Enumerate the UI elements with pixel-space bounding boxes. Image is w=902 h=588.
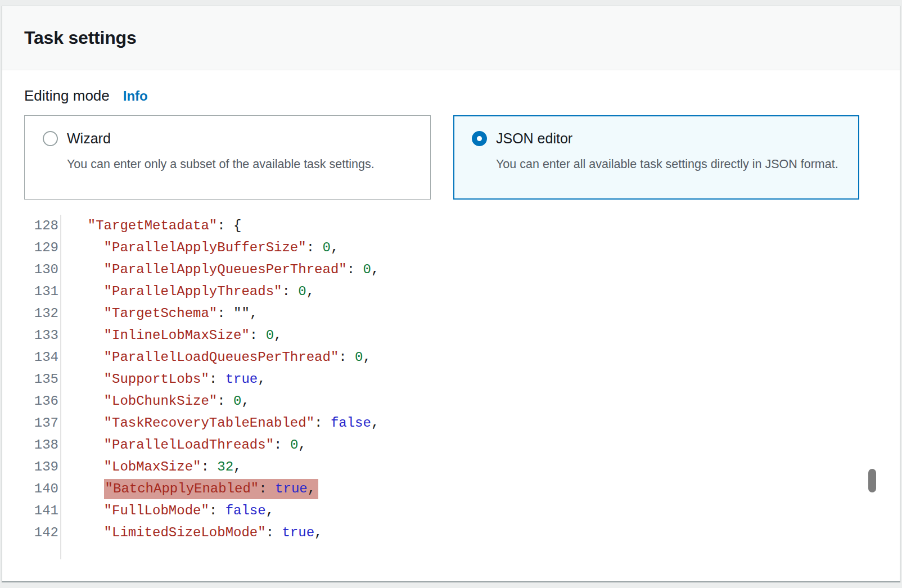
code-line[interactable]: "ParallelApplyBufferSize": 0,	[71, 237, 379, 259]
line-number: 129	[24, 237, 58, 259]
line-number: 130	[24, 259, 58, 281]
json-editor-option-text: JSON editor You can enter all available …	[496, 130, 838, 175]
line-number: 131	[24, 281, 58, 302]
line-number: 137	[24, 412, 58, 434]
wizard-option-description: You can enter only a subset of the avail…	[67, 154, 375, 175]
code-line[interactable]: "ParallelApplyQueuesPerThread": 0,	[71, 259, 379, 281]
json-code-editor[interactable]: 1281291301311321331341351361371381391401…	[24, 215, 878, 559]
code-line[interactable]: "InlineLobMaxSize": 0,	[71, 324, 379, 346]
panel-header: Task settings	[2, 6, 900, 70]
code-line[interactable]: "FullLobMode": false,	[71, 500, 379, 522]
line-number: 128	[24, 215, 58, 237]
code-line[interactable]: "BatchApplyEnabled": true,	[71, 478, 379, 500]
code-line[interactable]: "LimitedSizeLobMode": true,	[71, 522, 379, 544]
code-line[interactable]: "ParallelLoadQueuesPerThread": 0,	[71, 346, 379, 368]
json-editor-option-card[interactable]: JSON editor You can enter all available …	[453, 115, 859, 200]
line-number: 142	[24, 522, 58, 544]
line-number: 136	[24, 390, 58, 412]
task-settings-panel: Task settings Editing mode Info Wizard Y…	[2, 6, 900, 582]
code-line[interactable]: "TargetMetadata": {	[71, 215, 379, 237]
highlighted-code: "BatchApplyEnabled": true,	[104, 479, 318, 499]
code-line[interactable]: "ParallelApplyThreads": 0,	[71, 281, 379, 302]
code-line[interactable]: "TargetSchema": "",	[71, 302, 379, 324]
editing-mode-label: Editing mode	[24, 86, 110, 105]
json-editor-radio-button[interactable]	[472, 131, 487, 146]
info-link[interactable]: Info	[123, 88, 148, 104]
line-number-gutter: 1281291301311321331341351361371381391401…	[24, 215, 61, 559]
json-editor-option-label: JSON editor	[496, 130, 838, 147]
wizard-option-card[interactable]: Wizard You can enter only a subset of th…	[24, 115, 431, 200]
code-area[interactable]: "TargetMetadata": { "ParallelApplyBuffer…	[61, 215, 379, 559]
panel-body: Editing mode Info Wizard You can enter o…	[2, 86, 900, 559]
line-number: 140	[24, 478, 58, 500]
line-number: 133	[24, 324, 58, 346]
editing-mode-row: Editing mode Info	[24, 86, 878, 105]
code-line[interactable]: "ParallelLoadThreads": 0,	[71, 434, 379, 456]
wizard-option-label: Wizard	[67, 130, 375, 147]
line-number: 132	[24, 302, 58, 324]
scrollbar-thumb[interactable]	[868, 469, 876, 492]
line-number: 139	[24, 456, 58, 478]
wizard-option-text: Wizard You can enter only a subset of th…	[67, 130, 375, 175]
line-number: 138	[24, 434, 58, 456]
code-line[interactable]: "LobMaxSize": 32,	[71, 456, 379, 478]
code-line[interactable]: "SupportLobs": true,	[71, 368, 379, 390]
line-number: 141	[24, 500, 58, 522]
line-number: 134	[24, 346, 58, 368]
editing-mode-radio-group: Wizard You can enter only a subset of th…	[24, 115, 878, 200]
code-line[interactable]: "TaskRecoveryTableEnabled": false,	[71, 412, 379, 434]
wizard-radio-button[interactable]	[43, 131, 58, 146]
code-line[interactable]: "LobChunkSize": 0,	[71, 390, 379, 412]
line-number: 135	[24, 368, 58, 390]
json-editor-option-description: You can enter all available task setting…	[496, 154, 838, 175]
panel-title: Task settings	[24, 28, 137, 48]
